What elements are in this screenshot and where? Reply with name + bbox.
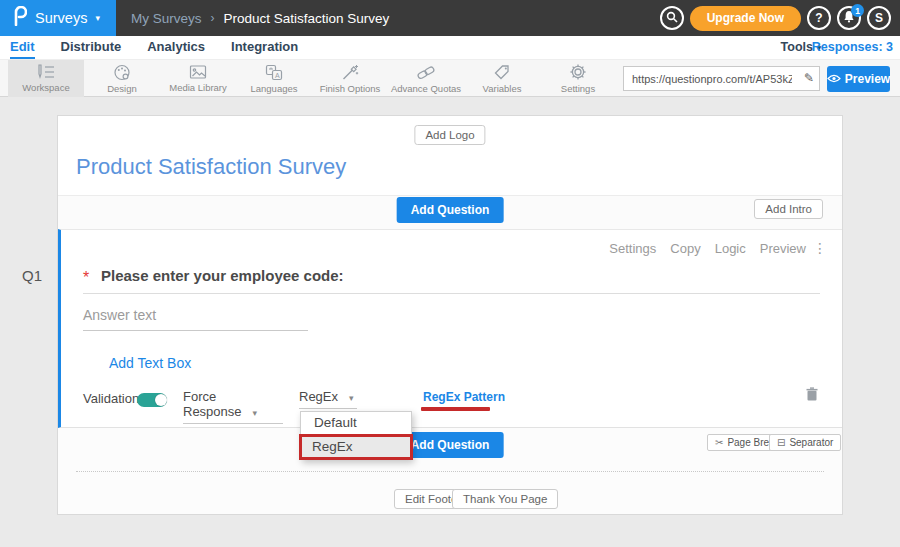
workspace-icon [37, 64, 55, 80]
gear-icon [569, 63, 587, 81]
breadcrumb: My Surveys › Product Satisfaction Survey [131, 11, 389, 26]
question-preview-link[interactable]: Preview [760, 241, 806, 256]
regex-pattern-link[interactable]: RegEx Pattern [423, 390, 505, 404]
toolbar-item-workspace[interactable]: Workspace [8, 60, 84, 97]
notification-count-badge: 1 [851, 4, 864, 17]
avatar-initial: S [875, 11, 883, 25]
magic-wand-icon [341, 64, 359, 81]
kebab-menu-icon[interactable]: ⋮ [813, 240, 827, 256]
questionpro-logo-icon [13, 6, 27, 30]
tab-integration[interactable]: Integration [231, 36, 298, 59]
tab-distribute[interactable]: Distribute [61, 36, 122, 59]
chain-link-icon [417, 64, 435, 81]
dotted-divider [76, 471, 824, 472]
question-text-input[interactable]: Please enter your employee code: [101, 267, 344, 284]
question-mark-icon: ? [815, 11, 822, 25]
question-number-label: Q1 [22, 267, 42, 284]
thank-you-page-button[interactable]: Thank You Page [452, 489, 558, 509]
tab-edit[interactable]: Edit [10, 36, 35, 59]
scissors-icon: ✂ [715, 437, 723, 448]
toolbar-item-languages[interactable]: A Languages [236, 60, 312, 97]
editor-toolbar: Workspace Design Media Library A Languag… [0, 59, 900, 97]
image-icon [189, 64, 207, 80]
search-button[interactable] [660, 6, 684, 30]
responses-count-link[interactable]: Responses: 3 [812, 40, 893, 54]
question-action-menu: Settings Copy Logic Preview [609, 241, 806, 256]
chevron-down-icon: ▾ [95, 14, 100, 23]
tag-icon [493, 64, 511, 81]
question-logic-link[interactable]: Logic [715, 241, 746, 256]
translate-icon: A [265, 64, 283, 81]
answer-text-input[interactable]: Answer text [83, 307, 156, 323]
palette-icon [113, 64, 131, 81]
separator-icon: ⊟ [777, 437, 785, 448]
card-bottom-strip: Add Question ✂Page Break ⊟Separator Edit… [58, 428, 842, 514]
eye-icon [827, 72, 841, 86]
add-question-button-top[interactable]: Add Question [397, 197, 504, 223]
toolbar-item-advance-quotas[interactable]: Advance Quotas [388, 60, 464, 97]
annotation-underline [421, 407, 490, 411]
surveys-menu-label: Surveys [35, 10, 87, 26]
survey-url-field[interactable]: https://questionpro.com/t/AP53kZgUI ✎ [623, 66, 820, 91]
survey-editor-content: Q1 Add Logo Product Satisfaction Survey … [0, 97, 900, 547]
add-intro-button[interactable]: Add Intro [754, 199, 823, 219]
chevron-down-icon: ▾ [349, 393, 354, 403]
toolbar-item-settings[interactable]: Settings [540, 60, 616, 97]
search-icon [666, 11, 678, 26]
avatar[interactable]: S [867, 6, 891, 30]
questionpro-app: Surveys ▾ My Surveys › Product Satisfact… [0, 0, 900, 547]
answer-input-underline [83, 330, 308, 331]
toolbar-item-media-library[interactable]: Media Library [160, 60, 236, 97]
tab-analytics[interactable]: Analytics [147, 36, 205, 59]
question-block-q1: Settings Copy Logic Preview ⋮ * Please e… [58, 229, 842, 428]
surveys-product-menu[interactable]: Surveys ▾ [0, 0, 116, 36]
preview-button[interactable]: Preview [827, 66, 890, 92]
breadcrumb-my-surveys[interactable]: My Surveys [131, 11, 202, 26]
validation-type-dropdown-trigger[interactable]: RegEx▾ [299, 389, 357, 409]
toolbar-item-variables[interactable]: Variables [464, 60, 540, 97]
chevron-down-icon: ▾ [253, 408, 258, 418]
question-text-underline [83, 293, 820, 294]
help-button[interactable]: ? [807, 6, 831, 30]
add-text-box-link[interactable]: Add Text Box [109, 355, 191, 371]
upgrade-now-button[interactable]: Upgrade Now [690, 6, 801, 31]
dropdown-option-regex-annotated[interactable]: RegEx [299, 434, 413, 460]
topbar-actions: Upgrade Now ? 1 S [660, 0, 891, 36]
svg-text:A: A [275, 71, 280, 78]
question-settings-link[interactable]: Settings [609, 241, 656, 256]
add-logo-button[interactable]: Add Logo [414, 125, 485, 145]
toolbar-item-design[interactable]: Design [84, 60, 160, 97]
toggle-knob [155, 394, 167, 406]
question-copy-link[interactable]: Copy [670, 241, 700, 256]
validation-type-dropdown-menu: Default RegEx [300, 411, 412, 460]
validation-toggle[interactable] [137, 393, 167, 407]
notifications-button[interactable]: 1 [837, 6, 861, 30]
toolbar-item-finish-options[interactable]: Finish Options [312, 60, 388, 97]
breadcrumb-current-survey: Product Satisfaction Survey [224, 11, 390, 26]
force-response-dropdown[interactable]: Force Response▾ [183, 389, 283, 424]
breadcrumb-separator: › [211, 11, 215, 25]
survey-card: Add Logo Product Satisfaction Survey Add… [57, 115, 843, 515]
survey-tabs: Edit Distribute Analytics Integration [10, 36, 298, 59]
dropdown-option-default[interactable]: Default [300, 411, 412, 434]
top-bar: Surveys ▾ My Surveys › Product Satisfact… [0, 0, 900, 36]
required-asterisk: * [83, 269, 89, 287]
survey-nav-row: Edit Distribute Analytics Integration To… [0, 36, 900, 59]
separator-button[interactable]: ⊟Separator [769, 434, 841, 451]
validation-label: Validation [83, 391, 139, 406]
top-actions-strip: Add Question Add Intro [58, 196, 842, 229]
survey-url-text: https://questionpro.com/t/AP53kZgUI [624, 73, 792, 85]
toolbar-items: Workspace Design Media Library A Languag… [8, 60, 616, 97]
survey-title[interactable]: Product Satisfaction Survey [76, 154, 346, 180]
delete-question-icon[interactable] [806, 387, 818, 405]
edit-url-icon[interactable]: ✎ [804, 71, 814, 85]
